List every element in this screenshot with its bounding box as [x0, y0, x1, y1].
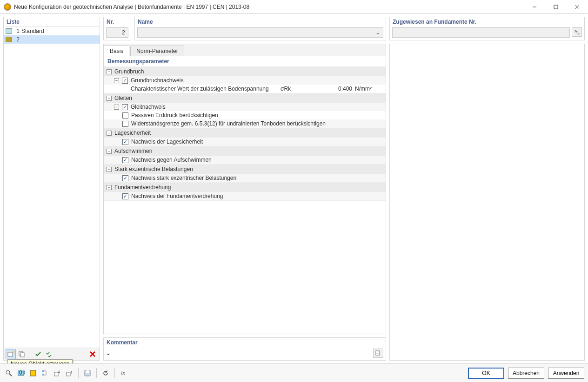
param-group: −Stark exzentrische BelastungenNachweis … [104, 165, 386, 183]
group-title: Fundamentverdrehung [114, 184, 171, 191]
svg-point-5 [13, 351, 14, 353]
footer: 0.00 fx OK Abbrechen Anwenden [0, 363, 588, 382]
export-icon[interactable] [64, 368, 74, 378]
reset-icon[interactable] [100, 368, 111, 378]
param-unit: N/mm² [355, 86, 383, 92]
assigned-field: Zugewiesen an Fundamente Nr. [389, 17, 585, 40]
copy-item-button[interactable] [17, 349, 27, 359]
minimize-button[interactable] [524, 0, 545, 14]
svg-rect-1 [554, 5, 558, 9]
group-header[interactable]: −Stark exzentrische Belastungen [104, 165, 386, 174]
checkbox[interactable] [122, 175, 128, 181]
units-icon[interactable]: 0.00 [16, 368, 26, 378]
ok-button[interactable]: OK [468, 368, 504, 379]
checkbox[interactable] [122, 104, 128, 110]
nr-input[interactable]: 2 [106, 27, 128, 38]
collapse-icon[interactable]: − [114, 105, 119, 110]
svg-rect-7 [20, 353, 24, 357]
list-item-num: 1 [14, 28, 20, 34]
pick-in-model-button[interactable] [572, 27, 582, 37]
list-item-name: Standard [21, 28, 44, 34]
cancel-button[interactable]: Abbrechen [508, 368, 544, 379]
app-icon [4, 3, 11, 11]
svg-rect-21 [54, 372, 58, 376]
group-title: Grundbruch [114, 68, 144, 75]
param-label: Grundbruchnachweis [131, 77, 183, 84]
chevron-down-icon[interactable]: ⌄ [375, 29, 380, 36]
param-row: Passiven Erddruck berücksichtigen [104, 111, 386, 119]
checkbox[interactable] [122, 193, 128, 199]
param-symbol: σRk [281, 86, 318, 92]
param-group: −FundamentverdrehungNachweis der Fundame… [104, 183, 386, 201]
group-title: Lagesicherheit [114, 130, 151, 136]
collapse-icon[interactable]: − [107, 167, 112, 172]
checkbox[interactable] [122, 121, 128, 127]
zoom-icon[interactable] [4, 368, 14, 378]
checkbox[interactable] [122, 112, 128, 119]
collapse-icon[interactable]: − [107, 185, 112, 190]
name-field: Name ⌄ [134, 17, 386, 40]
name-label: Name [135, 17, 386, 26]
group-header[interactable]: −Gleiten [104, 93, 386, 103]
assigned-input[interactable] [392, 27, 570, 38]
group-header[interactable]: −Grundbruch [104, 67, 386, 76]
check-all-button[interactable] [44, 349, 54, 359]
import-icon[interactable] [52, 368, 62, 378]
delete-item-button[interactable] [87, 349, 98, 359]
list-swatch [6, 37, 12, 42]
color-icon[interactable] [28, 368, 38, 378]
group-header[interactable]: −Fundamentverdrehung [104, 183, 386, 192]
collapse-icon[interactable]: − [107, 69, 112, 74]
comment-panel: Kommentar ⌄ [103, 337, 386, 361]
tab-bar: Basis Norm-Parameter [104, 44, 386, 56]
param-row: −Grundbruchnachweis [104, 76, 386, 85]
list-item-num: 2 [14, 36, 20, 43]
tab-norm-parameter[interactable]: Norm-Parameter [130, 46, 184, 56]
save-default-icon[interactable] [82, 368, 93, 378]
checkbox[interactable] [122, 157, 128, 163]
param-label: Nachweis der Lagesicherheit [131, 138, 203, 145]
collapse-icon[interactable]: − [107, 149, 112, 154]
config-list-panel: Liste 1 Standard 2 [3, 17, 100, 361]
collapse-icon[interactable]: − [114, 78, 119, 83]
param-group: −AufschwimmenNachweis gegen Aufschwimmen [104, 146, 386, 165]
group-title: Stark exzentrische Belastungen [114, 166, 193, 172]
list-item[interactable]: 2 [4, 35, 100, 44]
separator [30, 349, 30, 359]
list-item[interactable]: 1 Standard [4, 27, 100, 35]
maximize-button[interactable] [545, 0, 567, 14]
tab-basis[interactable]: Basis [104, 46, 129, 56]
chevron-down-icon[interactable]: ⌄ [106, 350, 111, 356]
config-list[interactable]: 1 Standard 2 [4, 27, 100, 348]
comment-library-button[interactable] [373, 349, 383, 358]
param-row: Nachweis der Fundamentverdrehung [104, 192, 386, 200]
name-input[interactable]: ⌄ [137, 27, 383, 38]
svg-rect-22 [67, 372, 70, 376]
footer-toolbar: 0.00 fx [4, 368, 129, 378]
close-button[interactable] [567, 0, 588, 14]
titlebar: Neue Konfiguration der geotechnischen An… [0, 0, 588, 14]
svg-point-10 [578, 33, 580, 35]
param-desc: Charakteristischer Wert der zulässigen B… [131, 86, 281, 92]
svg-point-14 [6, 370, 10, 374]
nr-field: Nr. 2 [103, 17, 131, 40]
parameters-panel: Basis Norm-Parameter Bemessungsparameter… [103, 44, 386, 334]
list-header: Liste [4, 17, 100, 27]
tree-icon[interactable] [40, 368, 50, 378]
param-row: −Gleitnachweis [104, 103, 386, 111]
checkbox[interactable] [122, 78, 128, 84]
collapse-icon[interactable]: − [107, 96, 112, 101]
collapse-icon[interactable]: − [107, 131, 112, 136]
new-item-button[interactable] [6, 349, 16, 359]
comment-input[interactable]: ⌄ [106, 350, 369, 356]
group-header[interactable]: −Aufschwimmen [104, 146, 386, 156]
apply-button[interactable]: Anwenden [548, 368, 584, 379]
group-header[interactable]: −Lagesicherheit [104, 128, 386, 138]
function-icon[interactable]: fx [119, 368, 129, 378]
assigned-label: Zugewiesen an Fundamente Nr. [390, 17, 584, 26]
separator [78, 368, 79, 378]
checkbox[interactable] [122, 139, 128, 145]
param-value[interactable]: 0.400 [318, 86, 355, 92]
check-item-button[interactable] [33, 349, 43, 359]
param-label: Widerstandsgrenze gem. 6.5.3(12) für und… [131, 120, 326, 127]
